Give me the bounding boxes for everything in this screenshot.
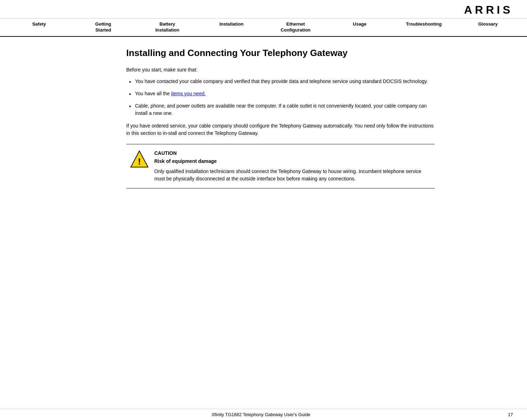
svg-text:!: ! [138,156,141,167]
intro-text: Before you start, make sure that: [126,66,435,74]
nav-safety[interactable]: Safety [7,19,71,36]
caution-subtitle: Risk of equipment damage [154,158,431,165]
page-title: Installing and Connecting Your Telephony… [126,47,435,59]
footer-page-number: 17 [508,412,513,417]
main-content: Installing and Connecting Your Telephony… [0,37,527,206]
bullet-text-1: You have contacted your cable company an… [135,78,428,84]
nav-usage[interactable]: Usage [327,19,392,36]
nav-battery-installation[interactable]: BatteryInstallation [135,19,200,36]
list-item: You have contacted your cable company an… [126,78,435,85]
content-area: Installing and Connecting Your Telephony… [119,47,435,195]
logo-bar: ARRIS [0,0,527,19]
left-sidebar [14,47,119,195]
caution-icon: ! [130,150,149,169]
bullet-text-3: Cable, phone, and power outlets are avai… [135,103,427,116]
items-you-need-link[interactable]: items you need. [171,91,206,96]
nav-ethernet-configuration[interactable]: EthernetConfiguration [264,19,328,36]
nav-troubleshooting[interactable]: Troubleshooting [392,19,456,36]
caution-content: CAUTION Risk of equipment damage Only qu… [154,150,431,183]
caution-body: Only qualified installation technicians … [154,168,431,183]
footer-center: Xfinity TG1682 Telephony Gateway User's … [14,412,508,417]
caution-box: ! CAUTION Risk of equipment damage Only … [126,144,435,188]
arris-logo: ARRIS [464,4,513,16]
list-item: Cable, phone, and power outlets are avai… [126,102,435,117]
caution-title: CAUTION [154,150,431,157]
page-footer: Xfinity TG1682 Telephony Gateway User's … [0,409,527,420]
bullet-list: You have contacted your cable company an… [126,78,435,117]
nav-installation[interactable]: Installation [200,19,264,36]
navigation-bar: Safety GettingStarted BatteryInstallatio… [0,19,527,37]
list-item: You have all the items you need. [126,90,435,97]
nav-getting-started[interactable]: GettingStarted [71,19,135,36]
body-paragraph: If you have ordered service, your cable … [126,122,435,137]
bullet-text-2-before: You have all the [135,91,171,96]
nav-glossary[interactable]: Glossary [456,19,520,36]
